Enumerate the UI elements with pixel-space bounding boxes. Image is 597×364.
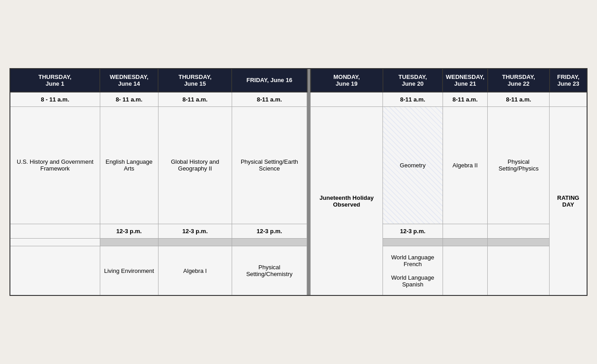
thu22-afternoon-empty	[488, 224, 550, 238]
header-fri-jun16: FRIDAY, June 16	[232, 69, 307, 92]
wed14-divider	[100, 238, 158, 246]
fri23-time-empty	[550, 92, 587, 107]
thu1-bottom	[10, 238, 100, 246]
header-thu-jun15: THURSDAY,June 15	[158, 69, 232, 92]
time-tue20-morning: 8-11 a.m.	[383, 92, 443, 107]
time-thu15-afternoon: 12-3 p.m.	[158, 224, 232, 238]
time-thu22-morning: 8-11 a.m.	[488, 92, 550, 107]
thu1-afternoon-empty	[10, 224, 100, 238]
wed21-afternoon-empty	[443, 224, 487, 238]
schedule-table: THURSDAY,June 1 WEDNESDAY,June 14 THURSD…	[9, 68, 588, 296]
subject-living-env: Living Environment	[100, 246, 158, 295]
header-wed-jun14: WEDNESDAY,June 14	[100, 69, 158, 92]
mon19-time-empty	[311, 92, 383, 107]
time-wed14-morning: 8- 11 a.m.	[100, 92, 158, 107]
time-wed21-morning: 8-11 a.m.	[443, 92, 487, 107]
time-fri16-morning: 8-11 a.m.	[232, 92, 307, 107]
header-thu-jun1: THURSDAY,June 1	[10, 69, 100, 92]
thu15-divider	[158, 238, 232, 246]
subject-english-la: English Language Arts	[100, 106, 158, 224]
subject-phys-physics: Physical Setting/Physics	[488, 106, 550, 224]
header-separator	[307, 69, 311, 92]
subject-geometry: Geometry	[383, 106, 443, 224]
header-fri-jun23: FRIDAY,June 23	[550, 69, 587, 92]
sep-main	[307, 106, 311, 295]
subject-us-history: U.S. History and Government Framework	[10, 106, 100, 224]
schedule-container: THURSDAY,June 1 WEDNESDAY,June 14 THURSD…	[9, 68, 588, 296]
rating-day: RATING DAY	[550, 106, 587, 295]
header-thu-jun22: THURSDAY,June 22	[488, 69, 550, 92]
juneteenth-holiday: Juneteenth Holiday Observed	[311, 106, 383, 295]
thu22-bottom-empty	[488, 246, 550, 295]
subject-phys-earth: Physical Setting/Earth Science	[232, 106, 307, 224]
time-fri16-afternoon: 12-3 p.m.	[232, 224, 307, 238]
thu22-divider-b	[488, 238, 550, 246]
time-thu1-morning: 8 - 11 a.m.	[10, 92, 100, 107]
header-mon-jun19: MONDAY,June 19	[311, 69, 383, 92]
subject-algebra2: Algebra II	[443, 106, 487, 224]
thu1-afternoon-subject	[10, 246, 100, 295]
tue20-divider	[383, 238, 443, 246]
time-thu15-morning: 8-11 a.m.	[158, 92, 232, 107]
subject-world-lang: World Language FrenchWorld Language Span…	[383, 246, 443, 295]
wed21-bottom-empty	[443, 246, 487, 295]
time-wed14-afternoon: 12-3 p.m.	[100, 224, 158, 238]
subject-algebra1: Algebra I	[158, 246, 232, 295]
sep-row2	[307, 92, 311, 107]
header-tue-jun20: TUESDAY,June 20	[383, 69, 443, 92]
subject-global-history: Global History and Geography II	[158, 106, 232, 224]
fri16-divider	[232, 238, 307, 246]
subject-phys-chem: Physical Setting/Chemistry	[232, 246, 307, 295]
header-wed-jun21: WEDNESDAY,June 21	[443, 69, 487, 92]
wed21-divider-b	[443, 238, 487, 246]
time-tue20-afternoon: 12-3 p.m.	[383, 224, 443, 238]
